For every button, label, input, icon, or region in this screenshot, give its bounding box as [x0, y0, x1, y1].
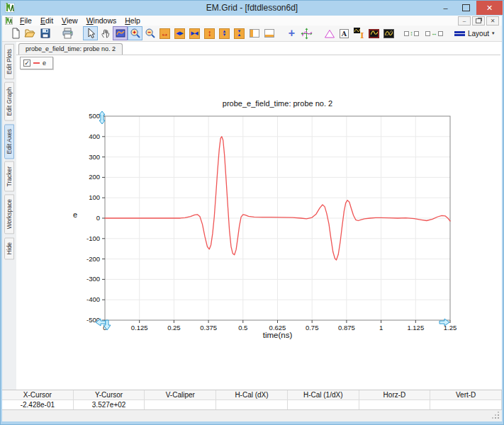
add-marker-button[interactable]: + [284, 26, 299, 40]
h-shrink-icon: ▶◀ [189, 28, 200, 39]
save-file-icon [40, 28, 51, 39]
panel-horizontal-icon [264, 29, 274, 38]
v-distribute-button[interactable]: ↕ [404, 26, 419, 40]
app-window: EM.Grid - [fdtdlesson6d] –✕ FileEditView… [0, 0, 504, 425]
save-file-button[interactable] [38, 26, 52, 40]
titlebar: EM.Grid - [fdtdlesson6d] –✕ [1, 1, 503, 16]
menu-file[interactable]: File [16, 16, 36, 25]
v-expand-button[interactable]: ▲▼ [217, 26, 232, 40]
minimize-button[interactable]: – [435, 1, 456, 15]
open-file-button[interactable] [23, 26, 38, 40]
document-logo-icon [5, 17, 13, 25]
resize-grip-icon[interactable] [498, 417, 499, 419]
panel-vertical-button[interactable] [247, 26, 262, 40]
status-value-h-cal-1-dx [288, 400, 359, 409]
plot-document: probe_e_field_time: probe no. 2 ✓ e prob… [16, 42, 500, 390]
v-fit-button[interactable]: ↕ [202, 26, 217, 40]
panel-horizontal-button[interactable] [262, 26, 276, 40]
h-fit-icon: ↔ [159, 28, 170, 39]
new-document-button[interactable] [8, 26, 23, 40]
zoom-window-button[interactable] [113, 26, 128, 40]
status-value-x-cursor: -2.428e-01 [2, 400, 74, 409]
status-header-h-cal-dx: H-Cal (dX) [216, 390, 288, 400]
copy-plot-button[interactable]: I [352, 26, 366, 40]
status-value-y-cursor: 3.527e+02 [74, 400, 145, 409]
status-value-h-cal-dx [216, 400, 288, 409]
y-tick-label: -100 [86, 234, 100, 242]
chart-plot-area[interactable]: 5004003002001000-100-200-300-400-50000.1… [16, 55, 502, 390]
y-tick-label: -400 [86, 295, 100, 303]
mdi-minimize-button[interactable]: – [458, 16, 471, 26]
window-title: EM.Grid - [fdtdlesson6d] [1, 1, 503, 16]
pan-hand-button[interactable] [98, 26, 113, 40]
close-button[interactable]: ✕ [476, 1, 503, 15]
toolbar-separator [442, 33, 449, 34]
y-tick-label: -200 [86, 255, 100, 263]
tracker-axes-icon [301, 28, 313, 40]
sidebar-tab-hide[interactable]: Hide [4, 237, 14, 259]
legend-series-checkbox[interactable]: ✓ [23, 60, 30, 67]
legend-box[interactable]: ✓ e [20, 57, 53, 69]
h-distribute-icon: ↔ [425, 30, 443, 37]
sidebar-tab-edit-graph[interactable]: Edit Graph [4, 82, 14, 121]
menu-help[interactable]: Help [121, 16, 145, 25]
mdi-restore-button[interactable] [472, 16, 485, 26]
tracker-axes-button[interactable] [299, 26, 314, 40]
h-fit-button[interactable]: ↔ [157, 26, 172, 40]
plot-theme-dark-icon [369, 29, 379, 38]
copy-plot-icon: I [354, 28, 365, 39]
text-annotation-icon: A [340, 29, 349, 38]
print-icon [62, 28, 74, 39]
document-tab[interactable]: probe_e_field_time: probe no. 2 [18, 43, 123, 55]
sidebar-tab-edit-plots[interactable]: Edit Plots [4, 44, 14, 79]
mdi-close-button[interactable]: ✕ [486, 16, 499, 26]
h-expand-button[interactable]: ◀▶ [172, 26, 187, 40]
v-fit-icon: ↕ [204, 28, 215, 39]
zoom-out-icon [145, 28, 156, 39]
plot-canvas[interactable]: ✓ e probe_e_field_time: probe no. 2 5004… [16, 55, 500, 390]
select-arrow-icon [85, 28, 96, 39]
sidebar-tab-tracker[interactable]: Tracker [4, 162, 14, 192]
y-tick-label: 400 [89, 132, 100, 140]
zoom-out-button[interactable] [142, 26, 157, 40]
zoom-in-button[interactable] [128, 26, 142, 40]
status-header-horz-d: Horz-D [359, 390, 431, 400]
menu-view[interactable]: View [57, 16, 82, 25]
sidebar-tab-workspace[interactable]: Workspace [4, 194, 14, 234]
v-shrink-button[interactable]: ▼▲ [232, 26, 247, 40]
plot-theme-multi-icon [383, 29, 394, 38]
status-strip [2, 409, 502, 421]
legend-line-sample [33, 62, 40, 64]
panel-vertical-icon [250, 29, 259, 38]
status-value-v-caliper [145, 400, 216, 409]
status-value-vert-d [430, 400, 502, 409]
plot-theme-dark-button[interactable] [366, 26, 381, 40]
axis-anchor-top-left[interactable] [99, 111, 105, 124]
text-annotation-button[interactable]: A [337, 26, 352, 40]
h-distribute-button[interactable]: ↔ [427, 26, 442, 40]
h-expand-icon: ◀▶ [174, 28, 185, 39]
toolbar-separator [314, 33, 322, 34]
plot-theme-multi-button[interactable] [381, 26, 396, 40]
h-shrink-button[interactable]: ▶◀ [187, 26, 202, 40]
menu-windows[interactable]: Windows [82, 16, 121, 25]
caliper-triangle-button[interactable] [322, 26, 337, 40]
layout-dropdown-button[interactable]: Layout▾ [449, 26, 500, 40]
document-tabrow: probe_e_field_time: probe no. 2 [16, 43, 500, 55]
status-header-y-cursor: Y-Cursor [74, 390, 145, 400]
status-header-h-cal-1-dx: H-Cal (1/dX) [288, 390, 359, 400]
toolbar-separator [52, 33, 60, 34]
menu-edit[interactable]: Edit [36, 16, 57, 25]
y-axis-label: e [73, 210, 77, 219]
maximize-button[interactable] [456, 1, 476, 15]
workspace-area: Edit PlotsEdit GraphEdit AxesTrackerWork… [2, 42, 502, 390]
zoom-in-icon [130, 28, 141, 39]
print-button[interactable] [60, 26, 75, 40]
status-header-vert-d: Vert-D [430, 390, 502, 400]
sidebar-tab-edit-axes[interactable]: Edit Axes [4, 124, 14, 159]
x-axis-label: time(ns) [105, 331, 450, 339]
restore-icon [476, 18, 481, 23]
layout-label: Layout [468, 30, 489, 38]
v-shrink-icon: ▼▲ [234, 28, 245, 39]
select-arrow-button[interactable] [83, 26, 98, 40]
